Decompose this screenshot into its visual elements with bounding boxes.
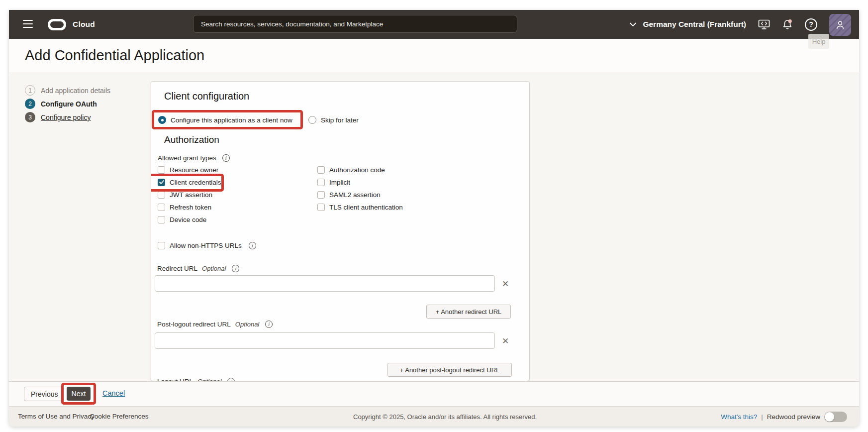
grant-client-credentials: Client credentials: [158, 178, 221, 187]
annotation-box-next: Next: [61, 383, 96, 405]
allow-non-https-info-icon[interactable]: i: [249, 242, 256, 249]
radio-row-skip: Skip for later: [308, 115, 359, 124]
page-header: Add Confidential Application: [9, 39, 859, 73]
grant-label[interactable]: Client credentials: [170, 179, 221, 186]
top-navbar: Cloud Germany Central (Frankfurt) ?: [9, 10, 859, 39]
previous-button[interactable]: Previous: [24, 387, 65, 401]
jwt-assertion-checkbox[interactable]: [158, 191, 165, 199]
logout-url-info-icon[interactable]: i: [227, 378, 235, 382]
post-logout-url-input[interactable]: [155, 332, 495, 349]
step-label: Configure policy: [41, 113, 91, 121]
console-window: Cloud Germany Central (Frankfurt) ? Help…: [9, 10, 859, 427]
help-icon[interactable]: ?: [805, 18, 817, 31]
skip-for-later-label[interactable]: Skip for later: [321, 116, 359, 124]
grant-label[interactable]: Device code: [170, 216, 206, 223]
optional-label: Optional: [235, 321, 259, 328]
implicit-checkbox[interactable]: [317, 179, 325, 186]
redirect-url-label-row: Redirect URL Optional i: [157, 264, 239, 273]
wizard-action-bar: Previous Next Cancel: [9, 381, 859, 406]
next-button[interactable]: Next: [67, 387, 91, 401]
grant-jwt-assertion: JWT assertion: [158, 190, 212, 199]
step-number: 3: [25, 112, 35, 122]
footer-separator: |: [761, 413, 763, 421]
redwood-preview-toggle[interactable]: [824, 412, 847, 422]
authorization-code-checkbox[interactable]: [317, 166, 325, 174]
grant-label[interactable]: Authorization code: [329, 166, 385, 174]
logout-url-label: Logout URL: [157, 378, 193, 382]
redirect-url-input[interactable]: [155, 275, 495, 292]
notifications-bell-icon[interactable]: [782, 19, 793, 30]
grant-label[interactable]: JWT assertion: [170, 191, 212, 199]
user-avatar[interactable]: [829, 14, 851, 36]
region-selector[interactable]: Germany Central (Frankfurt): [630, 20, 746, 29]
search-input[interactable]: [193, 15, 517, 33]
logout-url-label-row: Logout URL Optional i: [157, 377, 235, 381]
allow-non-https-checkbox[interactable]: [158, 242, 165, 249]
skip-for-later-radio[interactable]: [308, 116, 316, 124]
cloud-shell-icon[interactable]: [758, 19, 770, 30]
step-configure-oauth: 2 Configure OAuth: [25, 99, 110, 109]
step-label: Add application details: [41, 87, 110, 95]
oracle-logo-icon[interactable]: [48, 19, 66, 30]
post-logout-info-icon[interactable]: i: [265, 321, 273, 328]
allowed-grant-types-row: Allowed grant types i: [158, 153, 230, 162]
terms-link[interactable]: Terms of Use and Privacy: [18, 413, 95, 420]
oauth-config-card: Client configuration Configure this appl…: [151, 81, 530, 381]
grant-types-info-icon[interactable]: i: [222, 154, 230, 162]
grant-label[interactable]: SAML2 assertion: [329, 191, 381, 199]
post-logout-label-row: Post-logout redirect URL Optional i: [157, 320, 273, 328]
configure-now-radio[interactable]: [158, 116, 166, 124]
grant-implicit: Implicit: [317, 178, 350, 187]
client-credentials-checkbox[interactable]: [158, 179, 165, 186]
whats-this-link[interactable]: What's this?: [721, 413, 757, 421]
add-redirect-url-button[interactable]: + Another redirect URL: [426, 305, 511, 319]
refresh-token-checkbox[interactable]: [158, 204, 165, 211]
saml2-assertion-checkbox[interactable]: [317, 191, 325, 199]
clear-post-logout-url-icon[interactable]: ✕: [499, 335, 511, 347]
copyright-text: Copyright © 2025, Oracle and/or its affi…: [353, 413, 537, 421]
resource-owner-checkbox[interactable]: [158, 166, 165, 174]
grant-label[interactable]: TLS client authentication: [329, 204, 403, 211]
grant-authorization-code: Authorization code: [317, 165, 385, 174]
toggle-knob: [825, 412, 834, 422]
radio-row-configure-now: Configure this application as a client n…: [158, 115, 292, 124]
main-content: 1 Add application details 2 Configure OA…: [9, 73, 859, 381]
device-code-checkbox[interactable]: [158, 216, 165, 223]
page-footer: Terms of Use and Privacy Cookie Preferen…: [9, 406, 859, 427]
grant-resource-owner: Resource owner: [158, 165, 218, 174]
allowed-grant-types-label: Allowed grant types: [158, 154, 216, 162]
step-number: 2: [25, 99, 35, 109]
grant-label[interactable]: Refresh token: [170, 204, 211, 211]
tls-client-auth-checkbox[interactable]: [317, 204, 325, 211]
cancel-link[interactable]: Cancel: [102, 389, 125, 397]
chevron-down-icon: [630, 22, 636, 27]
configure-now-label[interactable]: Configure this application as a client n…: [171, 116, 292, 124]
page-title: Add Confidential Application: [25, 47, 204, 64]
redirect-url-label: Redirect URL: [157, 265, 197, 272]
grant-tls-client-auth: TLS client authentication: [317, 203, 403, 212]
post-logout-label: Post-logout redirect URL: [157, 321, 231, 328]
cookie-preferences-link[interactable]: Cookie Preferences: [90, 413, 149, 420]
hamburger-menu-icon[interactable]: [23, 20, 33, 28]
optional-label: Optional: [202, 265, 226, 272]
allow-non-https-label[interactable]: Allow non-HTTPS URLs: [170, 242, 242, 249]
region-label: Germany Central (Frankfurt): [643, 20, 746, 29]
grant-label[interactable]: Resource owner: [170, 166, 218, 174]
wizard-steps: 1 Add application details 2 Configure OA…: [25, 85, 110, 125]
step-label: Configure OAuth: [41, 100, 97, 108]
grant-saml2-assertion: SAML2 assertion: [317, 190, 381, 199]
redwood-preview-label: Redwood preview: [767, 413, 820, 421]
clear-redirect-url-icon[interactable]: ✕: [499, 278, 511, 290]
client-configuration-heading: Client configuration: [164, 91, 249, 102]
authorization-heading: Authorization: [164, 134, 219, 145]
step-number: 1: [25, 85, 35, 96]
optional-label: Optional: [197, 378, 221, 382]
redirect-url-info-icon[interactable]: i: [232, 265, 239, 272]
grant-device-code: Device code: [158, 215, 206, 224]
grant-label[interactable]: Implicit: [329, 179, 350, 186]
step-configure-policy[interactable]: 3 Configure policy: [25, 112, 110, 122]
allow-non-https-row: Allow non-HTTPS URLs i: [158, 241, 256, 250]
add-post-logout-url-button[interactable]: + Another post-logout redirect URL: [387, 363, 512, 377]
step-add-application-details[interactable]: 1 Add application details: [25, 85, 110, 96]
grant-refresh-token: Refresh token: [158, 203, 211, 212]
